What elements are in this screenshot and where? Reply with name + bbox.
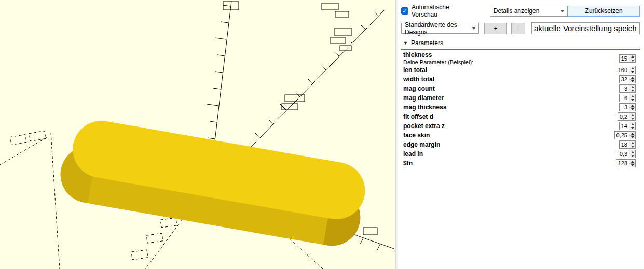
reset-button[interactable]: Zurücksetzen (568, 6, 640, 17)
param-value: 160 (616, 66, 629, 74)
remove-preset-button[interactable]: - (511, 23, 525, 34)
param-row-width-total: width total 32 (403, 75, 636, 84)
spin-down-button[interactable] (629, 136, 635, 139)
param-value: 3 (620, 104, 629, 111)
preset-dropdown-value: Standardwerte des Designs (405, 21, 468, 36)
spin-down-button[interactable] (629, 145, 635, 149)
param-label: fit offset d (403, 113, 433, 120)
param-row-fit-offset-d: fit offset d 0,2 (403, 112, 636, 121)
spin-down-button[interactable] (629, 80, 635, 83)
spin-down-button[interactable] (629, 126, 635, 130)
param-spinbox[interactable]: 15 (619, 54, 636, 63)
customizer-toolbar-row-1: ✓ Automatische Vorschau Details anzeigen… (401, 4, 640, 18)
details-dropdown-value: Details anzeigen (494, 7, 540, 15)
param-value: 3 (620, 85, 629, 92)
customizer-panel: ✓ Automatische Vorschau Details anzeigen… (398, 0, 644, 269)
spin-down-button[interactable] (629, 117, 635, 121)
param-label: $fn (403, 160, 413, 167)
param-row-mag-thickness: mag thickness 3 (403, 103, 636, 112)
param-label: len total (403, 66, 427, 74)
chevron-down-icon (560, 10, 565, 12)
spin-up-button[interactable] (629, 76, 635, 80)
parameters-group-header[interactable]: ▼ Parameters (401, 38, 640, 49)
spin-down-button[interactable] (629, 59, 635, 63)
parameters-group-label: Parameters (411, 39, 443, 47)
param-value: 0,3 (618, 150, 629, 158)
param-row-pocket-extra-z: pocket extra z 14 (403, 121, 636, 131)
spin-up-button[interactable] (629, 55, 635, 59)
spin-up-button[interactable] (629, 150, 635, 154)
param-row-thickness: thickness Deine Parameter (Beispiel): 15 (403, 52, 636, 65)
spin-up-button[interactable] (629, 132, 635, 136)
spin-down-button[interactable] (629, 70, 635, 74)
spin-up-button[interactable] (629, 160, 635, 164)
param-spinbox[interactable]: 32 (619, 75, 636, 83)
spin-down-button[interactable] (629, 108, 635, 111)
param-row-fn: $fn 128 (403, 159, 636, 168)
parameters-list: thickness Deine Parameter (Beispiel): 15… (401, 49, 640, 168)
spin-down-button[interactable] (629, 98, 635, 102)
param-spinbox[interactable]: 0,25 (614, 131, 636, 139)
customizer-toolbar-row-2: Standardwerte des Designs + - (401, 22, 640, 34)
chevron-down-icon (472, 27, 476, 30)
auto-preview-label: Automatische Vorschau (412, 4, 476, 18)
preset-dropdown[interactable]: Standardwerte des Designs (401, 23, 479, 34)
spin-up-button[interactable] (629, 85, 635, 89)
param-row-lead-in: lead in 0,3 (403, 149, 636, 159)
param-spinbox[interactable]: 160 (616, 66, 636, 74)
param-spinbox[interactable]: 3 (619, 84, 636, 93)
details-dropdown[interactable]: Details anzeigen (490, 6, 568, 17)
param-label: mag count (403, 85, 435, 92)
param-row-mag-diameter: mag diameter 6 (403, 93, 636, 103)
param-label: mag diameter (403, 94, 444, 102)
param-value: 14 (620, 122, 629, 130)
param-row-face-skin: face skin 0,25 (403, 131, 636, 140)
param-value: 0,25 (615, 132, 629, 139)
add-preset-button[interactable]: + (484, 23, 506, 34)
param-spinbox[interactable]: 14 (619, 122, 636, 130)
param-label: edge margin (403, 141, 440, 148)
spin-up-button[interactable] (629, 113, 635, 117)
param-row-mag-count: mag count 3 (403, 84, 636, 93)
collapse-triangle-icon: ▼ (403, 41, 408, 46)
param-spinbox[interactable]: 0,2 (618, 112, 636, 121)
spin-down-button[interactable] (629, 154, 635, 158)
param-label: pocket extra z (403, 122, 445, 130)
spin-up-button[interactable] (629, 66, 635, 70)
auto-preview-checkbox[interactable]: ✓ Automatische Vorschau (401, 4, 476, 18)
checkbox-checked-icon: ✓ (401, 7, 408, 15)
param-spinbox[interactable]: 18 (619, 140, 636, 149)
viewport-canvas (0, 0, 395, 269)
param-value: 32 (620, 76, 629, 83)
spin-up-button[interactable] (629, 94, 635, 98)
param-label: width total (403, 76, 434, 83)
param-label: lead in (403, 150, 423, 158)
param-spinbox[interactable]: 6 (619, 94, 636, 102)
spin-up-button[interactable] (629, 122, 635, 126)
spin-down-button[interactable] (629, 89, 635, 93)
param-label: thickness (403, 52, 473, 59)
param-description: Deine Parameter (Beispiel): (403, 59, 473, 66)
param-value: 6 (620, 94, 629, 102)
openscad-window: ✓ Automatische Vorschau Details anzeigen… (0, 0, 644, 269)
param-row-len-total: len total 160 (403, 65, 636, 75)
spin-down-button[interactable] (629, 164, 635, 167)
param-spinbox[interactable]: 128 (616, 159, 636, 167)
param-spinbox[interactable]: 3 (619, 103, 636, 111)
save-preset-field[interactable] (531, 22, 640, 34)
3d-viewport[interactable] (0, 0, 395, 269)
param-value: 18 (620, 141, 629, 148)
param-spinbox[interactable]: 0,3 (618, 150, 636, 158)
param-label: mag thickness (403, 104, 446, 111)
spin-up-button[interactable] (629, 104, 635, 108)
param-row-edge-margin: edge margin 18 (403, 140, 636, 149)
param-label: face skin (403, 132, 430, 139)
param-value: 0,2 (618, 113, 629, 120)
spin-up-button[interactable] (629, 141, 635, 145)
parameters-section: ▼ Parameters thickness Deine Parameter (… (401, 38, 640, 168)
param-value: 128 (616, 160, 629, 167)
param-value: 15 (620, 55, 629, 62)
